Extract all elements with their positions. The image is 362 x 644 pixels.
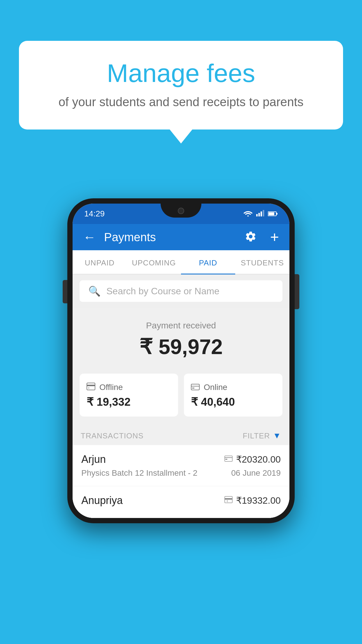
transaction-amount: ₹20320.00 xyxy=(236,454,281,465)
phone-screen: 14:29 xyxy=(73,204,289,518)
transaction-type-icon: ₹ xyxy=(224,496,233,505)
transaction-row[interactable]: Arjun ₹20320.00 xyxy=(73,445,289,486)
payment-received-amount: ₹ 59,972 xyxy=(81,335,281,359)
payment-received-section: Payment received ₹ 59,972 xyxy=(73,308,289,368)
transaction-top: Anupriya ₹ ₹19332.00 xyxy=(81,494,281,507)
filter-button[interactable]: FILTER ▼ xyxy=(243,431,281,440)
wifi-icon xyxy=(243,209,253,218)
tab-paid[interactable]: PAID xyxy=(181,250,235,274)
transaction-name: Arjun xyxy=(81,453,106,466)
signal-icon xyxy=(256,209,264,218)
offline-label: Offline xyxy=(99,383,123,392)
svg-rect-6 xyxy=(276,213,277,215)
tab-students[interactable]: STUDENTS xyxy=(235,250,289,274)
online-icon xyxy=(191,382,200,393)
phone-mockup: 14:29 xyxy=(67,198,295,523)
search-placeholder: Search by Course or Name xyxy=(106,286,219,297)
offline-card-header: ₹ Offline xyxy=(87,382,171,393)
tab-unpaid[interactable]: UNPAID xyxy=(73,250,127,274)
filter-icon: ▼ xyxy=(273,431,281,440)
speech-bubble-container: Manage fees of your students and send re… xyxy=(19,41,343,130)
offline-payment-card: ₹ Offline ₹ 19,332 xyxy=(80,374,178,416)
svg-rect-13 xyxy=(192,388,194,388)
transaction-name: Anupriya xyxy=(81,494,123,507)
online-amount: ₹ 40,640 xyxy=(191,396,275,408)
speech-bubble: Manage fees of your students and send re… xyxy=(19,41,343,130)
svg-rect-4 xyxy=(263,210,264,216)
add-button[interactable]: + xyxy=(270,228,279,246)
svg-rect-2 xyxy=(259,213,260,216)
notch xyxy=(161,204,201,218)
online-payment-card: Online ₹ 40,640 xyxy=(184,374,282,416)
tabs-container: UNPAID UPCOMING PAID STUDENTS xyxy=(73,250,289,274)
battery-icon xyxy=(268,209,278,218)
transaction-course: Physics Batch 12 Installment - 2 xyxy=(81,468,197,478)
manage-fees-title: Manage fees xyxy=(42,58,320,88)
settings-icon[interactable] xyxy=(245,230,257,244)
transactions-label: TRANSACTIONS xyxy=(81,431,144,440)
svg-rect-11 xyxy=(191,384,199,390)
online-card-header: Online xyxy=(191,382,275,393)
svg-text:₹: ₹ xyxy=(88,387,89,390)
phone-outer: 14:29 xyxy=(67,198,295,523)
svg-rect-18 xyxy=(225,498,232,500)
app-bar: ← Payments + xyxy=(73,224,289,250)
transaction-amount-wrapper: ₹20320.00 xyxy=(224,454,281,465)
svg-rect-1 xyxy=(256,214,258,216)
payment-cards: ₹ Offline ₹ 19,332 xyxy=(73,368,289,425)
transactions-header: TRANSACTIONS FILTER ▼ xyxy=(73,425,289,445)
offline-icon: ₹ xyxy=(87,382,95,393)
transaction-amount-wrapper: ₹ ₹19332.00 xyxy=(224,495,281,506)
search-icon: 🔍 xyxy=(88,285,101,297)
transaction-type-icon xyxy=(224,455,233,464)
back-button[interactable]: ← xyxy=(83,230,96,244)
filter-label: FILTER xyxy=(243,431,270,440)
svg-rect-16 xyxy=(225,459,227,460)
status-time: 14:29 xyxy=(84,209,105,218)
transaction-amount: ₹19332.00 xyxy=(236,495,281,506)
svg-rect-7 xyxy=(268,212,274,215)
offline-amount: ₹ 19,332 xyxy=(87,396,171,408)
search-bar[interactable]: 🔍 Search by Course or Name xyxy=(80,280,282,302)
transaction-top: Arjun ₹20320.00 xyxy=(81,453,281,466)
svg-rect-14 xyxy=(225,456,232,461)
search-bar-container: 🔍 Search by Course or Name xyxy=(73,274,289,308)
svg-point-0 xyxy=(247,215,249,216)
payment-received-label: Payment received xyxy=(81,321,281,330)
online-label: Online xyxy=(204,383,227,392)
content-area: 🔍 Search by Course or Name Payment recei… xyxy=(73,274,289,518)
page-title: Payments xyxy=(104,231,236,244)
status-icons xyxy=(243,209,278,218)
transaction-date: 06 June 2019 xyxy=(231,468,281,478)
tab-upcoming[interactable]: UPCOMING xyxy=(127,250,181,274)
svg-rect-3 xyxy=(261,211,262,216)
manage-fees-subtitle: of your students and send receipts to pa… xyxy=(42,95,320,109)
transaction-row[interactable]: Anupriya ₹ ₹19332.00 xyxy=(73,486,289,518)
svg-rect-9 xyxy=(87,385,95,386)
camera-dot xyxy=(178,208,184,214)
transaction-bottom: Physics Batch 12 Installment - 2 06 June… xyxy=(81,468,281,478)
status-bar: 14:29 xyxy=(73,204,289,224)
svg-text:₹: ₹ xyxy=(226,500,228,503)
